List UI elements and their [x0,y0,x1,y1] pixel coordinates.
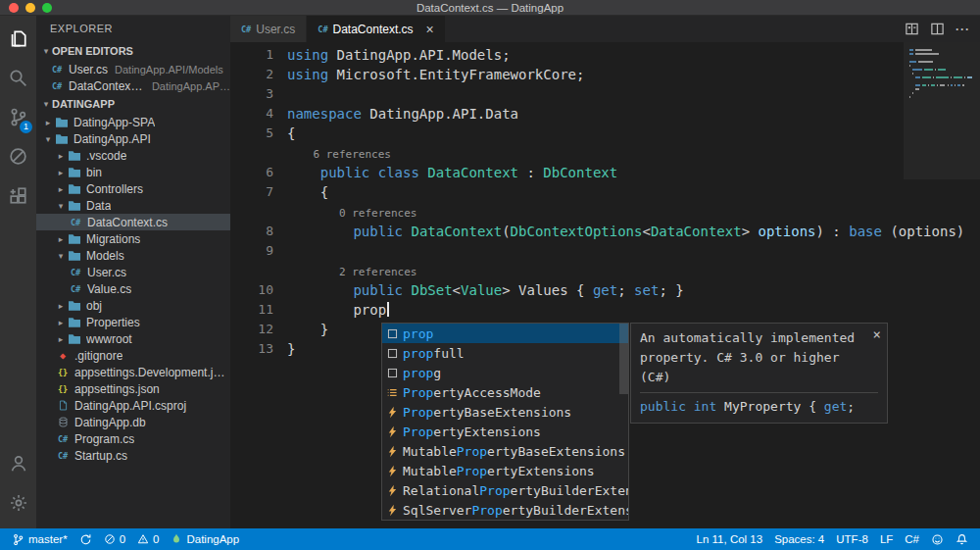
line-number[interactable]: 10 [230,280,287,300]
line-number[interactable] [230,202,287,222]
activity-settings-button[interactable] [0,483,36,523]
status-notifications[interactable] [950,528,974,550]
suggestion-relationalpropertybuilderextensions[interactable]: RelationalPropertyBuilderExtensions [382,480,628,500]
code-line[interactable]: 0 references [230,202,980,222]
codelens-references[interactable]: 6 references [313,145,390,163]
status-cursor-position[interactable]: Ln 11, Col 13 [691,528,769,550]
workspace-root-header[interactable]: ▾ DATINGAPP [36,94,230,114]
status-feedback[interactable] [925,528,950,550]
more-actions-icon[interactable]: ··· [956,23,970,36]
suggestion-sqlserverpropertybuilderextensions[interactable]: SqlServerPropertyBuilderExtensions [382,500,628,520]
line-number[interactable]: 2 [230,65,287,84]
code-line[interactable]: 7 { [230,182,980,202]
close-icon[interactable]: × [426,23,434,36]
tree-file-datingapp-api-csproj[interactable]: DatingApp.API.csproj [36,397,230,414]
split-editor-icon[interactable] [930,22,945,36]
code-line[interactable]: 6 references [230,143,980,163]
tree-file-program-cs[interactable]: C#Program.cs [36,430,230,447]
code-line[interactable]: 6 public class DataContext : DbContext [230,163,980,182]
open-changes-icon[interactable] [905,22,919,36]
line-number[interactable]: 8 [230,222,287,241]
open-editor-item-datacontext-cs[interactable]: C#DataContext.csDatingApp.API/... [36,77,230,94]
tree-file-startup-cs[interactable]: C#Startup.cs [36,447,230,464]
suggestion-mutablepropertyextensions[interactable]: MutablePropertyExtensions [382,461,628,480]
code-line[interactable]: 4namespace DatingApp.API.Data [230,104,980,124]
code-line[interactable]: 2 references [230,261,980,280]
close-window-button[interactable] [9,3,19,13]
line-number[interactable]: 13 [230,339,287,359]
status-warnings[interactable]: 0 [131,528,165,550]
code-line[interactable]: 3 [230,84,980,104]
activity-extensions-button[interactable] [0,175,36,215]
line-number[interactable]: 9 [230,241,287,261]
tab-datacontext-cs[interactable]: C#DataContext.cs× [307,16,445,42]
line-number[interactable]: 12 [230,320,287,339]
suggest-scrollbar[interactable] [619,324,628,394]
close-icon[interactable]: × [873,325,881,344]
code-line[interactable]: 9 [230,241,980,261]
suggestion-propertybaseextensions[interactable]: PropertyBaseExtensions [382,402,628,422]
status-sync[interactable] [74,528,98,550]
code-line[interactable]: 11 prop [230,300,980,320]
line-number[interactable]: 5 [230,124,287,143]
tree-folder-datingapp-spa[interactable]: ▸DatingApp-SPA [36,114,230,130]
activity-account-button[interactable] [0,444,36,483]
activity-search-button[interactable] [0,58,36,97]
tree-folder-wwwroot[interactable]: ▸wwwroot [36,330,230,347]
tree-file-appsettings-json[interactable]: {}appsettings.json [36,380,230,397]
tree-file-datingapp-db[interactable]: DatingApp.db [36,414,230,430]
open-editors-header[interactable]: ▾ OPEN EDITORS [36,41,230,61]
suggestion-propfull[interactable]: propfull [382,343,628,363]
code-line[interactable]: 8 public DataContext(DbContextOptions<Da… [230,222,980,241]
suggestion-propertyextensions[interactable]: PropertyExtensions [382,422,628,441]
status-task[interactable]: DatingApp [165,528,245,550]
code-line[interactable]: 1using DatingApp.API.Models; [230,45,980,65]
codelens-references[interactable]: 2 references [339,263,416,280]
status-language-mode[interactable]: C# [899,528,925,550]
minimap[interactable] [904,42,980,248]
line-number[interactable] [230,261,287,280]
status-eol[interactable]: LF [874,528,899,550]
tree-folder-models[interactable]: ▾Models [36,247,230,264]
tree-folder-vscode[interactable]: ▸.vscode [36,147,230,164]
status-indentation[interactable]: Spaces: 4 [768,528,830,550]
code-line[interactable]: 5{ [230,124,980,143]
tree-folder-migrations[interactable]: ▸Migrations [36,230,230,247]
open-editor-item-user-cs[interactable]: C#User.csDatingApp.API/Models [36,61,230,77]
tab-user-cs[interactable]: C#User.cs [230,16,307,42]
suggestion-propertyaccessmode[interactable]: PropertyAccessMode [382,382,628,402]
tree-file-datacontext-cs[interactable]: C#DataContext.cs [36,214,230,230]
tree-folder-controllers[interactable]: ▸Controllers [36,180,230,197]
suggestion-prop[interactable]: prop [382,324,628,343]
tree-folder-bin[interactable]: ▸bin [36,164,230,180]
code-line[interactable]: 2using Microsoft.EntityFrameworkCore; [230,65,980,84]
line-number[interactable]: 4 [230,104,287,124]
status-encoding[interactable]: UTF-8 [830,528,874,550]
editor[interactable]: 1using DatingApp.API.Models;2using Micro… [230,42,980,528]
tree-file-appsettings-development-json[interactable]: {}appsettings.Development.json [36,364,230,380]
line-number[interactable]: 1 [230,45,287,65]
activity-debug-button[interactable] [0,136,36,175]
tree-folder-obj[interactable]: ▸obj [36,297,230,314]
line-number[interactable] [230,143,287,163]
line-number[interactable]: 3 [230,84,287,104]
code-line[interactable]: 10 public DbSet<Value> Values { get; set… [230,280,980,300]
line-number[interactable]: 6 [230,163,287,182]
minimize-window-button[interactable] [25,3,35,13]
status-branch[interactable]: master* [6,528,74,550]
activity-source-control-button[interactable]: 1 [0,97,36,136]
activity-explorer-button[interactable] [0,19,36,58]
suggestion-mutablepropertybaseextensions[interactable]: MutablePropertyBaseExtensions [382,441,628,461]
status-errors[interactable]: 0 [98,528,131,550]
suggestion-propg[interactable]: propg [382,363,628,382]
tree-folder-data[interactable]: ▾Data [36,197,230,214]
line-number[interactable]: 11 [230,300,287,320]
codelens-references[interactable]: 0 references [339,204,416,222]
tree-file-gitignore[interactable]: ◆.gitignore [36,347,230,364]
zoom-window-button[interactable] [42,3,52,13]
tree-file-value-cs[interactable]: C#Value.cs [36,280,230,297]
line-number[interactable]: 7 [230,182,287,202]
tree-file-user-cs[interactable]: C#User.cs [36,264,230,280]
tree-folder-datingapp-api[interactable]: ▾DatingApp.API [36,130,230,147]
tree-folder-properties[interactable]: ▸Properties [36,314,230,330]
